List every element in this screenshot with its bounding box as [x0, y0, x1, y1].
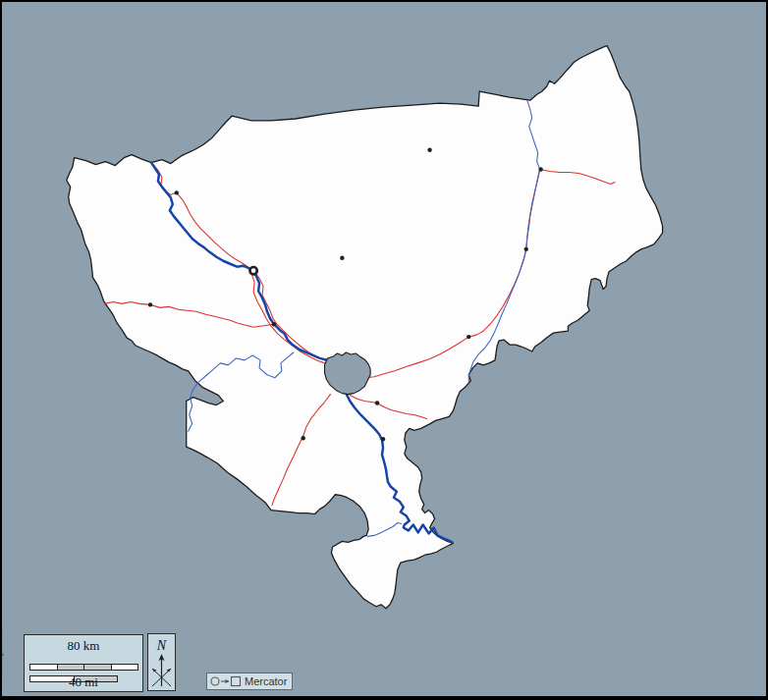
- city-dot: [381, 437, 385, 441]
- city-dot: [375, 401, 379, 404]
- map-page: 80 km 40 mi N Mercator: [0, 0, 768, 700]
- city-dot: [302, 436, 305, 440]
- copyright-text: © d-maps.com: [0, 623, 4, 688]
- region-outline: [67, 46, 663, 609]
- projection-label: Mercator: [245, 675, 287, 687]
- scale-segment: [58, 665, 85, 670]
- scale-segment: [84, 665, 112, 670]
- map-canvas: [2, 2, 766, 696]
- city-dot: [427, 148, 431, 152]
- scale-segment: [30, 665, 58, 670]
- scale-segment: [112, 665, 138, 670]
- city-dot: [148, 302, 152, 306]
- city-dot: [272, 322, 276, 326]
- city-dot: [538, 167, 542, 171]
- north-label: N: [148, 638, 175, 654]
- city-dot: [524, 247, 528, 251]
- scale-km-label: 80 km: [25, 638, 142, 653]
- city-dot: [340, 256, 344, 260]
- north-arrow-box: N: [147, 633, 176, 691]
- projection-icon: [210, 675, 242, 687]
- scale-mi-label: 40 mi: [25, 674, 142, 689]
- scale-km-bar: [29, 664, 138, 671]
- scale-bar-box: 80 km 40 mi: [24, 634, 143, 692]
- projection-box: Mercator: [206, 673, 293, 690]
- city-dot: [175, 190, 179, 194]
- city-dot: [466, 335, 470, 339]
- capital-city-ring: [249, 267, 256, 274]
- north-arrow-icon: [148, 654, 175, 689]
